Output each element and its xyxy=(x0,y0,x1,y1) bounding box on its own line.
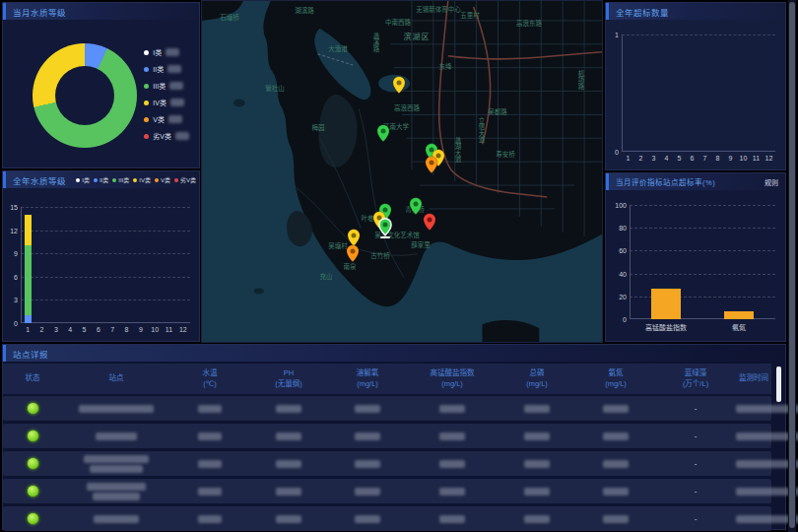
pin-icon xyxy=(346,244,360,263)
y-axis-label: 60 xyxy=(619,247,630,254)
value-cell xyxy=(498,515,576,523)
map-pin-orange[interactable] xyxy=(346,244,360,263)
legend-label: III类 xyxy=(153,81,166,91)
value-masked xyxy=(355,405,380,413)
x-axis-label: 4 xyxy=(665,155,669,162)
stacked-bar-chart: 03691215123456789101112 xyxy=(21,207,190,323)
x-axis-line xyxy=(622,151,775,152)
value-cell xyxy=(498,432,576,440)
map-pin-green[interactable] xyxy=(376,124,390,143)
panel-title: 当月评价指标站点超标率(%) xyxy=(616,176,715,187)
legend-item[interactable]: II类 xyxy=(144,64,189,74)
column-header: 蓝绿藻(万个/L) xyxy=(655,368,736,388)
value-masked xyxy=(524,515,550,523)
value-cell xyxy=(328,515,407,523)
table-row[interactable]: - xyxy=(3,396,771,421)
value-cell xyxy=(576,432,655,440)
value-masked xyxy=(603,432,629,440)
legend-item[interactable]: 劣V类 xyxy=(174,175,196,184)
y-axis-label: 9 xyxy=(14,250,21,257)
value-masked xyxy=(276,488,301,496)
pin-icon xyxy=(423,213,436,232)
legend-item[interactable]: II类 xyxy=(94,175,108,184)
legend-label: I类 xyxy=(82,175,90,184)
rate-bar[interactable] xyxy=(724,311,754,319)
stacked-bar-segment[interactable] xyxy=(25,245,32,315)
panel-title: 全年超标数量 xyxy=(616,6,669,18)
rate-bar[interactable] xyxy=(651,289,681,319)
exceed-line-chart: 01123456789101112 xyxy=(622,34,775,152)
table-row[interactable]: - xyxy=(3,424,771,448)
table-scrollbar-thumb[interactable] xyxy=(776,366,781,402)
stacked-bar-segment[interactable] xyxy=(25,315,32,323)
legend-dot xyxy=(174,178,178,182)
value-cell xyxy=(170,488,249,496)
legend-item[interactable]: IV类 xyxy=(144,98,189,107)
column-header: 站点 xyxy=(62,373,170,383)
y-axis-label: 0 xyxy=(623,316,630,323)
page-scrollbar[interactable] xyxy=(788,0,796,532)
column-header: 高锰酸盐指数(mg/L) xyxy=(407,368,498,388)
legend-item[interactable]: III类 xyxy=(144,81,189,91)
value-cell xyxy=(576,405,655,413)
x-axis-line xyxy=(21,322,190,323)
table-row[interactable]: - xyxy=(3,451,771,476)
value-masked xyxy=(439,488,465,496)
station-cell xyxy=(62,455,170,473)
legend-dot xyxy=(94,178,98,182)
water-quality-dashboard: 当月水质等级 I类II类III类IV类V类劣V类 全年水质等级 I类II类III… xyxy=(0,0,798,532)
y-axis-line xyxy=(622,34,623,152)
stacked-bar-segment[interactable] xyxy=(25,215,32,245)
station-cell xyxy=(62,432,170,440)
rule-link[interactable]: 规则 xyxy=(765,177,778,187)
map-pin-green[interactable] xyxy=(378,218,392,236)
page-scrollbar-thumb[interactable] xyxy=(789,2,795,528)
legend-item[interactable]: IV类 xyxy=(133,175,151,184)
x-axis-label: 高锰酸盐指数 xyxy=(645,322,687,332)
legend-label: 劣V类 xyxy=(153,131,171,141)
x-axis-label: 5 xyxy=(678,155,682,162)
x-axis-label: 10 xyxy=(151,326,159,333)
table-row[interactable]: - xyxy=(3,479,771,503)
x-axis-label: 1 xyxy=(26,326,30,333)
value-masked xyxy=(355,432,380,440)
legend-item[interactable]: V类 xyxy=(155,175,170,184)
x-axis-label: 1 xyxy=(627,155,631,162)
station-cell xyxy=(62,515,170,523)
x-axis-label: 8 xyxy=(125,326,129,333)
grid-line xyxy=(21,277,190,278)
grid-line xyxy=(630,274,775,275)
table-row[interactable]: - xyxy=(3,506,771,531)
legend-item[interactable]: I类 xyxy=(76,175,90,184)
value-masked xyxy=(355,460,380,468)
value-cell xyxy=(407,405,498,413)
map-pin-green[interactable] xyxy=(409,197,423,216)
map-pin-yellow[interactable] xyxy=(392,76,406,95)
value-cell xyxy=(328,488,407,496)
legend-item[interactable]: V类 xyxy=(144,114,189,124)
value-masked xyxy=(198,488,222,496)
panel-year-exceed: 全年超标数量 01123456789101112 xyxy=(605,2,786,170)
legend-item[interactable]: III类 xyxy=(112,175,129,184)
pin-selected-underline xyxy=(380,236,390,238)
x-axis-label: 12 xyxy=(179,326,187,333)
y-axis-label: 40 xyxy=(619,270,630,277)
map-pin-orange[interactable] xyxy=(425,156,438,174)
map-pin-red[interactable] xyxy=(423,213,436,232)
legend-item[interactable]: I类 xyxy=(144,47,189,57)
grid-line xyxy=(21,299,190,300)
legend-label: V类 xyxy=(161,175,170,184)
y-axis-label: 100 xyxy=(615,202,630,209)
value-cell xyxy=(170,460,249,468)
status-cell xyxy=(3,457,62,470)
value-cell xyxy=(576,515,655,523)
panel-header: 全年超标数量 xyxy=(606,3,785,20)
legend-item[interactable]: 劣V类 xyxy=(144,131,189,141)
column-header: 状态 xyxy=(3,373,62,383)
column-header: 总磷(mg/L) xyxy=(498,368,576,388)
map-canvas[interactable] xyxy=(202,1,602,342)
map-island xyxy=(233,100,245,107)
legend-dot xyxy=(144,134,149,139)
rate-bar-chart: 020406080100高锰酸盐指数氨氮 xyxy=(630,205,775,319)
station-name-masked xyxy=(84,455,149,463)
